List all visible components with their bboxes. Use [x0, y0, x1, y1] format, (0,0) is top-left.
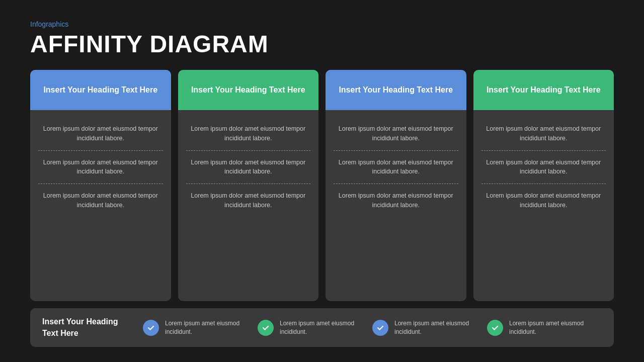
card-1-text-1: Lorem ipsum dolor amet eiusmod tempor in… [38, 119, 163, 148]
card-1-body: Lorem ipsum dolor amet eiusmod tempor in… [30, 110, 171, 301]
bottom-item-text-3: Lorem ipsum amet eiusmod incididunt. [394, 319, 487, 336]
card-4-text-1: Lorem ipsum dolor amet eiusmod tempor in… [481, 119, 606, 148]
card-1: Insert Your Heading Text HereLorem ipsum… [30, 70, 171, 301]
card-3-text-1: Lorem ipsum dolor amet eiusmod tempor in… [334, 119, 458, 148]
card-3-text-2: Lorem ipsum dolor amet eiusmod tempor in… [334, 153, 458, 182]
card-1-text-3: Lorem ipsum dolor amet eiusmod tempor in… [38, 186, 163, 215]
bottom-item-2: Lorem ipsum amet eiusmod incididunt. [258, 319, 372, 336]
card-text-content: Lorem ipsum dolor amet eiusmod tempor in… [38, 158, 163, 177]
card-text-content: Lorem ipsum dolor amet eiusmod tempor in… [186, 158, 311, 177]
card-3-divider-1 [334, 150, 458, 151]
check-icon-2 [258, 320, 274, 336]
card-1-header[interactable]: Insert Your Heading Text Here [30, 70, 171, 110]
bottom-item-text-2: Lorem ipsum amet eiusmod incididunt. [280, 319, 372, 336]
card-4-header[interactable]: Insert Your Heading Text Here [473, 70, 614, 110]
card-text-content: Lorem ipsum dolor amet eiusmod tempor in… [334, 124, 458, 143]
page: Infographics AFFINITY DIAGRAM Insert You… [0, 0, 644, 362]
check-icon-4 [487, 320, 503, 336]
card-4-divider-1 [481, 150, 606, 151]
card-text-content: Lorem ipsum dolor amet eiusmod tempor in… [38, 124, 163, 143]
card-text-content: Lorem ipsum dolor amet eiusmod tempor in… [334, 191, 458, 210]
card-3-text-3: Lorem ipsum dolor amet eiusmod tempor in… [334, 186, 458, 215]
card-1-divider-1 [38, 150, 163, 151]
card-3: Insert Your Heading Text HereLorem ipsum… [326, 70, 466, 301]
card-2-text-1: Lorem ipsum dolor amet eiusmod tempor in… [186, 119, 311, 148]
card-2-text-2: Lorem ipsum dolor amet eiusmod tempor in… [186, 153, 311, 182]
bottom-items: Lorem ipsum amet eiusmod incididunt.Lore… [143, 319, 602, 336]
card-4-body: Lorem ipsum dolor amet eiusmod tempor in… [473, 110, 614, 301]
bottom-item-text-1: Lorem ipsum amet eiusmod incididunt. [165, 319, 258, 336]
card-4-text-3: Lorem ipsum dolor amet eiusmod tempor in… [481, 186, 606, 215]
card-3-body: Lorem ipsum dolor amet eiusmod tempor in… [326, 110, 466, 301]
main-title: AFFINITY DIAGRAM [30, 30, 614, 58]
card-4-divider-2 [481, 184, 606, 184]
card-4-text-2: Lorem ipsum dolor amet eiusmod tempor in… [481, 153, 606, 182]
card-text-content: Lorem ipsum dolor amet eiusmod tempor in… [481, 191, 606, 210]
card-text-content: Lorem ipsum dolor amet eiusmod tempor in… [186, 124, 311, 143]
bottom-item-4: Lorem ipsum amet eiusmod incididunt. [487, 319, 602, 336]
card-2-body: Lorem ipsum dolor amet eiusmod tempor in… [178, 110, 319, 301]
card-1-divider-2 [38, 184, 163, 184]
header: Infographics AFFINITY DIAGRAM [30, 20, 614, 58]
card-4: Insert Your Heading Text HereLorem ipsum… [473, 70, 614, 301]
card-2-divider-1 [186, 150, 311, 151]
card-2-text-3: Lorem ipsum dolor amet eiusmod tempor in… [186, 186, 311, 215]
bottom-bar-heading: Insert Your Heading Text Here [42, 316, 143, 339]
infographics-label: Infographics [30, 20, 614, 28]
card-2-divider-2 [186, 184, 311, 184]
card-text-content: Lorem ipsum dolor amet eiusmod tempor in… [481, 124, 606, 143]
card-1-text-2: Lorem ipsum dolor amet eiusmod tempor in… [38, 153, 163, 182]
card-2-header[interactable]: Insert Your Heading Text Here [178, 70, 319, 110]
bottom-item-1: Lorem ipsum amet eiusmod incididunt. [143, 319, 258, 336]
cards-row: Insert Your Heading Text HereLorem ipsum… [30, 70, 614, 301]
bottom-item-3: Lorem ipsum amet eiusmod incididunt. [372, 319, 487, 336]
card-3-header[interactable]: Insert Your Heading Text Here [326, 70, 466, 110]
bottom-bar: Insert Your Heading Text Here Lorem ipsu… [30, 308, 614, 347]
card-text-content: Lorem ipsum dolor amet eiusmod tempor in… [38, 191, 163, 210]
card-text-content: Lorem ipsum dolor amet eiusmod tempor in… [186, 191, 311, 210]
check-icon-1 [143, 320, 159, 336]
check-icon-3 [372, 320, 388, 336]
card-3-divider-2 [334, 184, 458, 184]
bottom-item-text-4: Lorem ipsum amet eiusmod incididunt. [509, 319, 602, 336]
card-text-content: Lorem ipsum dolor amet eiusmod tempor in… [481, 158, 606, 177]
card-text-content: Lorem ipsum dolor amet eiusmod tempor in… [334, 158, 458, 177]
card-2: Insert Your Heading Text HereLorem ipsum… [178, 70, 319, 301]
